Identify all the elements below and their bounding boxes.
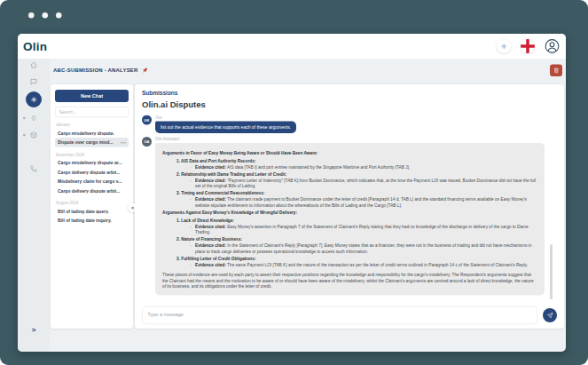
point-title: 2. Relationship with Dame Trading and Le… <box>162 171 537 178</box>
point-title: 2. Nature of Financing Business: <box>162 236 537 242</box>
user-message-bubble: list out the actual evidence that suppor… <box>155 122 296 134</box>
document-header-row: ABC-SUBMISSION - ANALYSER <box>50 59 566 82</box>
chat-item-title: Bill of lading date inquiry. <box>58 218 126 224</box>
point-title: 3. Timing and Commercial Reasonableness: <box>162 190 537 196</box>
chat-item-title: Cargo misdelivery dispute. <box>58 131 126 136</box>
evidence-label: Evidence cited: <box>195 243 226 249</box>
evidence-item: ◦Evidence cited: The claimant made payme… <box>162 196 537 208</box>
message-input[interactable] <box>142 306 537 324</box>
argument-point: 2. Relationship with Dame Trading and Le… <box>162 171 537 189</box>
badge-icon[interactable] <box>30 115 38 123</box>
send-icon <box>546 312 553 319</box>
delete-chat-button[interactable] <box>550 65 562 77</box>
argument-heading: Arguments Against Easy Money's Knowledge… <box>162 210 537 216</box>
document-title-text: ABC-SUBMISSION - ANALYSER <box>53 67 138 74</box>
evidence-item: ◦Evidence cited: Easy Money's assertion … <box>162 224 537 235</box>
rail-indicator-dot <box>23 117 26 120</box>
messages-area: UK You list out the actual evidence that… <box>142 115 557 305</box>
chat-history-item[interactable]: Cargo misdelivery dispute ar... <box>55 158 129 168</box>
trash-icon <box>553 67 560 75</box>
evidence-text: Evidence cited: In the Statement of Clai… <box>195 242 537 254</box>
user-message: UK You list out the actual evidence that… <box>142 115 557 134</box>
sender-label: You <box>155 115 557 120</box>
traffic-light-dot <box>43 12 49 19</box>
evidence-label: Evidence cited: <box>195 178 226 183</box>
topbar-icons <box>497 39 560 54</box>
evidence-label: Evidence cited: <box>195 224 226 229</box>
assistant-message: OA Olin Assistant Arguments in Favor of … <box>142 137 557 296</box>
argument-point: 1. AIS Data and Port Authority Records:◦… <box>162 158 537 171</box>
send-button[interactable] <box>543 308 557 322</box>
page-title: Olin.ai Disputes <box>142 100 557 110</box>
olin-logo: Olin <box>23 39 47 53</box>
argument-heading: Arguments in Favor of Easy Money Being A… <box>162 150 537 156</box>
chat-history-item[interactable]: Cargo delivery dispute arbit... <box>55 168 129 178</box>
evidence-text: Evidence cited: "Payment Letter of Indem… <box>195 178 537 189</box>
main-panel: Submissions Olin.ai Disputes UK You list… <box>135 84 564 329</box>
theme-snowflake-icon[interactable] <box>497 39 511 53</box>
language-flag-icon[interactable] <box>521 39 535 53</box>
chat-icon[interactable] <box>30 78 38 86</box>
browser-frame: Olin ABC-SUBMISSION - ANALYSER <box>0 0 588 365</box>
evidence-item: ◦Evidence cited: AIS data [TAB I] and po… <box>162 164 537 171</box>
assistant-avatar: OA <box>142 137 152 147</box>
argument-point: 1. Lack of Direct Knowledge:◦Evidence ci… <box>162 218 537 235</box>
chat-item-title: Bill of lading date query. <box>58 209 126 214</box>
traffic-light-dot <box>28 12 35 19</box>
chat-item-title: Cargo delivery dispute arbit... <box>58 170 126 175</box>
chat-item-title: Cargo misdelivery dispute ar... <box>58 161 126 166</box>
profile-icon[interactable] <box>545 39 560 54</box>
evidence-item: ◦Evidence cited: In the Statement of Cla… <box>162 242 537 254</box>
chat-history-item[interactable]: Bill of lading date query. <box>55 207 129 217</box>
phone-icon[interactable] <box>30 165 38 173</box>
body-area: New Chat JanuaryCargo misdelivery disput… <box>50 82 566 352</box>
closing-paragraph: These pieces of evidence are used by eac… <box>162 272 537 290</box>
traffic-light-dot <box>56 12 62 19</box>
evidence-label: Evidence cited: <box>195 197 226 202</box>
item-menu-icon[interactable]: ⋯ <box>121 140 127 144</box>
new-chat-button[interactable]: New Chat <box>55 90 129 102</box>
section-title: Submissions <box>142 90 557 97</box>
evidence-label: Evidence cited: <box>195 262 226 267</box>
sidebar-expand-chevron[interactable]: > <box>32 326 36 334</box>
argument-point: 2. Nature of Financing Business:◦Evidenc… <box>162 236 537 254</box>
flag-cross <box>521 44 535 48</box>
argument-point: 3. Timing and Commercial Reasonableness:… <box>162 190 537 208</box>
evidence-item: ◦Evidence cited: "Payment Letter of Inde… <box>162 178 537 189</box>
rail-indicator-dot <box>23 134 26 137</box>
chat-history-item[interactable]: Misdelivery claim for cargo v... <box>55 177 129 186</box>
chat-history-item[interactable]: Dispute over cargo misd...⋯ <box>55 138 129 147</box>
evidence-label: Evidence cited: <box>195 164 226 170</box>
sender-label: Olin Assistant <box>155 137 557 141</box>
archive-icon[interactable] <box>30 131 38 139</box>
topbar: Olin <box>18 34 566 59</box>
analyser-icon[interactable] <box>26 91 42 107</box>
home-icon[interactable] <box>30 61 38 69</box>
chat-group-label: January <box>56 123 128 127</box>
point-title: 1. Lack of Direct Knowledge: <box>162 218 537 224</box>
chat-item-title: Cargo delivery dispute arbit... <box>58 188 126 194</box>
point-title: 1. AIS Data and Port Authority Records: <box>162 158 537 164</box>
point-title: 3. Fulfilling Letter of Credit Obligatio… <box>162 256 537 262</box>
composer-field <box>142 306 537 324</box>
assistant-message-bubble: Arguments in Favor of Easy Money Being A… <box>155 143 545 296</box>
evidence-text: Evidence cited: Easy Money's assertion i… <box>195 224 537 235</box>
evidence-text: Evidence cited: The same Payment LOI [TA… <box>195 262 528 268</box>
window-traffic-lights <box>28 12 62 19</box>
pushpin-icon <box>142 67 149 74</box>
chat-history-list: JanuaryCargo misdelivery dispute.Dispute… <box>55 123 129 226</box>
messages-scrollbar-thumb[interactable] <box>550 244 553 299</box>
chat-history-item[interactable]: Cargo misdelivery dispute. <box>55 129 129 139</box>
evidence-text: Evidence cited: The claimant made paymen… <box>195 196 537 208</box>
search-input[interactable] <box>55 107 129 117</box>
user-avatar: UK <box>142 115 152 125</box>
chat-item-title: Misdelivery claim for cargo v... <box>58 179 126 185</box>
chat-item-title: Dispute over cargo misd... <box>58 140 119 146</box>
nav-rail: > <box>18 59 50 352</box>
app-window: Olin ABC-SUBMISSION - ANALYSER <box>18 34 566 352</box>
chat-history-sidebar: New Chat JanuaryCargo misdelivery disput… <box>51 84 133 329</box>
chat-history-item[interactable]: Bill of lading date inquiry. <box>55 216 129 226</box>
evidence-text: Evidence cited: AIS data [TAB I] and por… <box>195 164 410 171</box>
chat-history-item[interactable]: Cargo delivery dispute arbit... <box>55 186 129 196</box>
document-title: ABC-SUBMISSION - ANALYSER <box>53 67 148 74</box>
